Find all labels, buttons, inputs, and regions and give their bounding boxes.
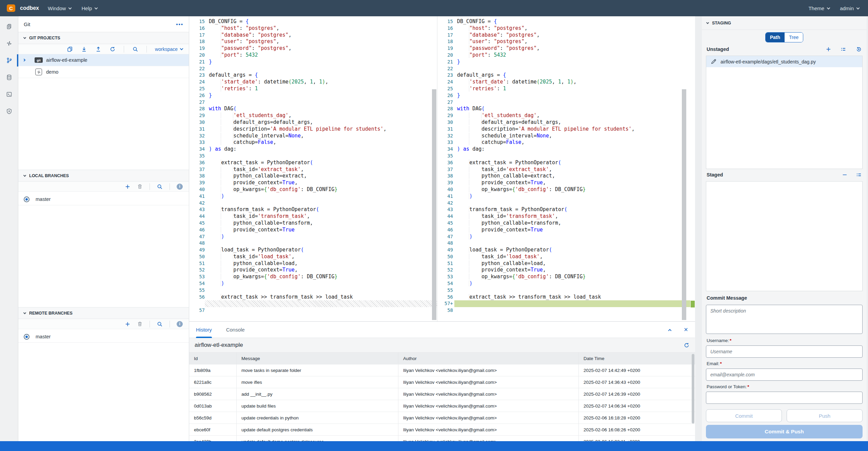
delete-branch-icon[interactable] xyxy=(137,184,143,190)
branch-row-master[interactable]: master xyxy=(18,193,189,205)
username-field[interactable] xyxy=(706,345,863,358)
code-line[interactable]: 15DB_CONFIG = { xyxy=(189,18,437,25)
rail-item-workbench[interactable] xyxy=(0,20,18,33)
code-line[interactable]: 48 xyxy=(437,240,695,247)
code-line[interactable]: 21} xyxy=(189,59,437,65)
code-line[interactable]: 38 python_callable=extract, xyxy=(189,173,437,180)
code-line[interactable]: 55 xyxy=(189,287,437,294)
code-line[interactable]: 29 'etl_students_dag', xyxy=(437,112,695,119)
user-dropdown[interactable]: admin xyxy=(840,5,859,11)
workspace-dropdown[interactable]: workspace xyxy=(155,46,183,52)
commit-button[interactable]: Commit xyxy=(706,409,782,422)
remote-branches-header[interactable]: REMOTE BRANCHES xyxy=(18,307,189,319)
info-icon[interactable]: i xyxy=(177,184,183,190)
code-line[interactable]: 31 description='A modular ETL pipeline f… xyxy=(437,126,695,133)
code-line[interactable]: 22 xyxy=(437,65,695,72)
delete-branch-icon[interactable] xyxy=(137,321,143,327)
code-line[interactable]: 29 'etl_students_dag', xyxy=(189,112,437,119)
code-line[interactable]: 54 ) xyxy=(189,280,437,287)
refresh-icon[interactable] xyxy=(684,342,690,348)
code-line[interactable]: 30 default_args=default_args, xyxy=(189,119,437,126)
code-line[interactable]: 17 "database": "postgres", xyxy=(189,32,437,39)
code-line[interactable]: 18 "user": "postgres", xyxy=(189,38,437,45)
password-field[interactable] xyxy=(706,392,863,404)
code-line[interactable]: 40 op_kwargs={'db_config': DB_CONFIG} xyxy=(189,186,437,193)
code-line[interactable]: 41 ) xyxy=(189,193,437,200)
theme-dropdown[interactable]: Theme xyxy=(808,5,830,11)
discard-changes-icon[interactable] xyxy=(856,46,862,52)
branch-row-master[interactable]: master xyxy=(18,331,189,343)
toggle-path[interactable]: Path xyxy=(766,33,785,42)
add-branch-icon[interactable]: + xyxy=(125,321,130,327)
code-line[interactable]: 44 task_id='transform_task', xyxy=(189,213,437,220)
code-line[interactable]: 53 op_kwargs={'db_config': DB_CONFIG} xyxy=(437,274,695,280)
code-line[interactable]: 51 python_callable=load, xyxy=(437,260,695,267)
code-line[interactable]: 58 xyxy=(437,307,695,314)
code-line[interactable]: 39 provide_context=True, xyxy=(437,180,695,186)
diff-pane-original[interactable]: 15DB_CONFIG = {16 "host": "postgres",17 … xyxy=(189,16,437,321)
menu-help[interactable]: Help xyxy=(81,5,97,11)
collapse-panel-icon[interactable] xyxy=(667,327,673,333)
code-line[interactable]: 25 'retries': 1 xyxy=(189,86,437,92)
commit-message-input[interactable] xyxy=(706,305,863,334)
code-line[interactable]: 57+ xyxy=(437,300,695,307)
code-line[interactable]: 36 extract_task = PythonOperator( xyxy=(189,159,437,166)
code-line[interactable]: 16 "host": "postgres", xyxy=(437,25,695,32)
code-line[interactable]: 45 python_callable=transform, xyxy=(189,220,437,227)
code-line[interactable]: 20 "port": 5432 xyxy=(189,52,437,59)
project-row-demo[interactable]: demo xyxy=(18,66,189,78)
code-line[interactable]: 32 schedule_interval=None, xyxy=(189,133,437,139)
code-line[interactable]: 49 load_task = PythonOperator( xyxy=(437,247,695,253)
code-line[interactable]: 22 xyxy=(189,65,437,72)
code-line[interactable]: 33 catchup=False, xyxy=(189,139,437,146)
tab-console[interactable]: Console xyxy=(226,322,245,338)
code-line[interactable]: 30 default_args=default_args, xyxy=(437,119,695,126)
code-line[interactable]: 47 ) xyxy=(189,233,437,240)
code-line[interactable]: 34) as dag: xyxy=(189,146,437,153)
rail-item-processes[interactable] xyxy=(0,37,18,50)
code-line[interactable]: 41 ) xyxy=(437,193,695,200)
push-button[interactable]: Push xyxy=(787,409,863,422)
code-line[interactable]: 16 "host": "postgres", xyxy=(189,25,437,32)
code-line[interactable]: 20 "port": 5432 xyxy=(437,52,695,59)
code-line[interactable]: 34) as dag: xyxy=(437,146,695,153)
code-line[interactable]: 27 xyxy=(437,99,695,106)
search-icon[interactable] xyxy=(157,321,163,327)
code-line[interactable]: 46 provide_context=True xyxy=(437,227,695,233)
menu-window[interactable]: Window xyxy=(48,5,71,11)
code-line[interactable]: 35 xyxy=(189,153,437,159)
unstaged-file-row[interactable]: airflow-etl-example/dags/etl_students_da… xyxy=(706,56,862,67)
tab-history[interactable]: History xyxy=(196,322,212,338)
staging-header[interactable]: STAGING xyxy=(702,16,867,30)
code-line[interactable]: 28with DAG( xyxy=(189,106,437,112)
code-line[interactable]: 47 ) xyxy=(437,233,695,240)
code-line[interactable]: 45 python_callable=transform, xyxy=(437,220,695,227)
code-line[interactable]: 23default_args = { xyxy=(437,72,695,79)
radio-selected-icon[interactable] xyxy=(24,196,29,202)
code-line[interactable]: 21} xyxy=(437,59,695,65)
code-line[interactable]: 17 "database": "postgres", xyxy=(437,32,695,39)
code-line[interactable]: 24 'start_date': datetime(2025, 1, 1), xyxy=(189,79,437,86)
email-field[interactable] xyxy=(706,369,863,381)
close-panel-icon[interactable]: ✕ xyxy=(683,327,689,333)
code-line[interactable]: 26} xyxy=(189,92,437,99)
code-line[interactable]: 52 provide_context=True, xyxy=(189,267,437,274)
code-line[interactable]: 56 extract_task >> transform_task >> loa… xyxy=(437,294,695,301)
code-line[interactable]: 56 extract_task >> transform_task >> loa… xyxy=(189,294,437,301)
radio-selected-icon[interactable] xyxy=(24,334,29,340)
rail-item-security[interactable] xyxy=(0,105,18,117)
code-line[interactable]: 49 load_task = PythonOperator( xyxy=(189,247,437,253)
code-line[interactable]: 52 provide_context=True, xyxy=(437,267,695,274)
unstage-file-icon[interactable]: − xyxy=(843,172,847,178)
push-icon[interactable] xyxy=(95,46,101,52)
code-line[interactable]: 27 xyxy=(189,99,437,106)
code-line[interactable]: 40 op_kwargs={'db_config': DB_CONFIG} xyxy=(437,186,695,193)
expand-chevron-icon[interactable] xyxy=(18,59,30,61)
search-icon[interactable] xyxy=(157,184,163,190)
code-line[interactable]: 15DB_CONFIG = { xyxy=(437,18,695,25)
code-line[interactable]: 55 xyxy=(437,287,695,294)
overflow-menu-icon[interactable]: ••• xyxy=(176,21,183,27)
scrollbar-thumb[interactable] xyxy=(682,89,686,320)
code-line[interactable]: 19 "password": "postgres", xyxy=(437,45,695,52)
code-line[interactable]: 37 task_id='extract_task', xyxy=(437,166,695,173)
